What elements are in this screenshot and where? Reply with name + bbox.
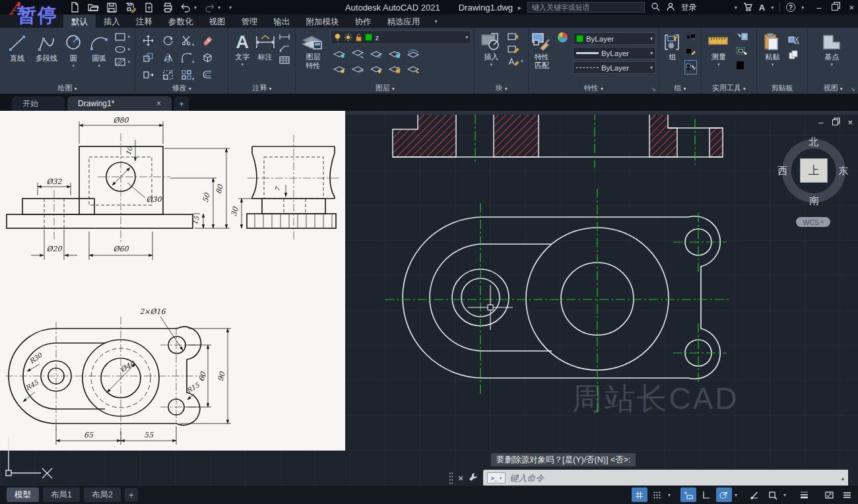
properties-expander-icon[interactable]: ↘	[651, 86, 656, 92]
restore-button[interactable]	[832, 4, 838, 11]
command-prompt-icon[interactable]: >_ ▾	[487, 472, 506, 484]
wcs-dropdown[interactable]: WCS ▾	[796, 217, 830, 227]
move-icon[interactable]	[143, 35, 154, 49]
lineweight-list-icon[interactable]	[557, 48, 568, 60]
minimize-button[interactable]: –	[816, 3, 821, 13]
autodesk-app-icon[interactable]: A	[759, 3, 765, 13]
insert-flyout[interactable]: ▾	[490, 62, 493, 67]
object-snap-toggle[interactable]	[747, 488, 763, 502]
tab-insert[interactable]: 插入	[96, 15, 128, 28]
print-button[interactable]	[162, 2, 173, 13]
line-button[interactable]: 直线	[3, 30, 32, 69]
open-file-button[interactable]	[88, 2, 99, 13]
measure-flyout[interactable]: ▾	[717, 62, 720, 67]
base-point-button[interactable]: 基点 ▾	[810, 30, 853, 67]
measure-button[interactable]: 测量 ▾	[704, 30, 733, 74]
cut-icon[interactable]	[788, 35, 800, 47]
viewcube-east-label[interactable]: 东	[838, 165, 848, 177]
arc-flyout[interactable]: ▾	[98, 63, 100, 69]
panel-label-modify[interactable]: 修改 ▾	[135, 83, 228, 93]
clean-screen-toggle[interactable]	[821, 488, 837, 502]
viewcube-south-label[interactable]: 南	[809, 195, 819, 207]
quick-calc-select-icon[interactable]	[735, 46, 748, 58]
save-as-button[interactable]	[125, 2, 136, 13]
snap-dropdown[interactable]: ▾	[668, 492, 671, 498]
command-customize-wrench-icon[interactable]	[468, 472, 478, 485]
osnap-settings-toggle[interactable]	[765, 488, 781, 502]
new-layout-button[interactable]: +	[125, 488, 138, 501]
viewcube-north-label[interactable]: 北	[808, 136, 818, 148]
new-file-button[interactable]	[69, 2, 81, 13]
polyline-button[interactable]: 多段线	[32, 30, 61, 69]
rectangle-button[interactable]: ▾	[114, 32, 130, 42]
panel-label-layers[interactable]: 图层 ▾	[296, 83, 474, 93]
lineweight-toggle[interactable]	[796, 488, 812, 502]
paste-button[interactable]: 粘贴 ▾	[760, 30, 786, 67]
panel-label-utilities[interactable]: 实用工具 ▾	[702, 83, 756, 93]
dimension-button[interactable]: 标注	[253, 30, 277, 67]
command-history-expand-icon[interactable]: ▴	[842, 475, 845, 482]
search-icon[interactable]	[651, 2, 660, 13]
lineweight-dropdown[interactable]: ByLayer ▾	[573, 47, 656, 59]
app-dropdown[interactable]: ▾	[771, 5, 774, 11]
drawing-restore-button[interactable]	[832, 119, 838, 125]
panel-label-block[interactable]: 块 ▾	[475, 83, 528, 93]
undo-button[interactable]	[180, 2, 191, 13]
offset-icon[interactable]	[202, 69, 213, 83]
match-properties-button[interactable]: 特性匹配	[531, 30, 552, 76]
ortho-toggle[interactable]	[698, 488, 714, 502]
layout2-tab[interactable]: 布局2	[84, 488, 121, 502]
command-input-area[interactable]: >_ ▾ ▴	[483, 470, 848, 486]
save-button[interactable]	[106, 2, 117, 13]
panel-label-group[interactable]: 组 ▾	[659, 83, 701, 93]
ribbon-display-toggle[interactable]: ▾	[428, 15, 444, 28]
edit-block-button[interactable]	[507, 44, 523, 53]
stretch-icon[interactable]	[143, 69, 154, 83]
circle-flyout[interactable]: ▾	[73, 63, 75, 69]
group-button[interactable]: 组	[662, 30, 683, 75]
layer-off-tool-icon[interactable]	[333, 49, 346, 61]
help-icon[interactable]: ?	[786, 3, 795, 12]
layer-properties-button[interactable]: 图层特性	[298, 30, 327, 77]
rotate-icon[interactable]	[162, 35, 174, 49]
circle-button[interactable]: 圆 ▾	[61, 30, 86, 69]
layer-make-current-icon[interactable]	[407, 49, 420, 61]
start-tab[interactable]: 开始	[12, 96, 65, 111]
dynamic-input-toggle[interactable]	[680, 488, 696, 502]
layer-thaw-tool-icon[interactable]	[370, 64, 383, 77]
signin-button[interactable]: 登录	[681, 2, 697, 13]
drawing1-tab-close-icon[interactable]: ×	[156, 99, 161, 108]
copy-clip-icon[interactable]	[788, 50, 800, 62]
tab-home[interactable]: 默认	[63, 15, 96, 28]
signin-dropdown[interactable]: ▾	[735, 5, 737, 11]
fillet-icon[interactable]: ▾	[181, 52, 195, 66]
panel-label-clipboard[interactable]: 剪贴板	[757, 83, 808, 93]
undo-dropdown[interactable]: ▾	[194, 5, 197, 11]
snap-mode-toggle[interactable]	[649, 488, 665, 502]
layer-freeze-tool-icon[interactable]	[370, 49, 383, 61]
viewcube-top-face[interactable]: 上	[800, 158, 828, 183]
hatch-button[interactable]: ▾	[114, 57, 130, 67]
layer-on-tool-icon[interactable]	[333, 64, 346, 77]
grid-toggle[interactable]	[632, 488, 647, 502]
calculator-icon[interactable]	[735, 61, 748, 73]
tab-addins[interactable]: 附加模块	[298, 15, 347, 28]
tab-view[interactable]: 视图	[201, 15, 234, 28]
qat-customize-button[interactable]: ▾	[229, 5, 232, 11]
tab-parametric[interactable]: 参数化	[160, 15, 201, 28]
drawing1-tab[interactable]: Drawing1* ×	[67, 96, 172, 111]
reference-image[interactable]: Ø80 Ø32 10 Ø30 Ø20 Ø60	[0, 111, 345, 451]
trim-icon[interactable]: ▾	[181, 35, 195, 49]
ungroup-icon[interactable]	[685, 32, 696, 44]
arc-button[interactable]: 圆弧 ▾	[86, 30, 113, 69]
viewcube-west-label[interactable]: 西	[777, 165, 787, 177]
layer-merge-tool-icon[interactable]	[407, 64, 420, 77]
layer-dropdown[interactable]: z ▾	[331, 30, 471, 44]
close-button[interactable]: ×	[849, 3, 854, 13]
polar-tracking-toggle[interactable]	[716, 488, 732, 502]
redo-button[interactable]	[204, 2, 215, 13]
command-bar-close-icon[interactable]: ×	[458, 473, 463, 484]
text-button[interactable]: A 文字 ▾	[231, 30, 253, 67]
user-icon[interactable]	[666, 2, 675, 13]
tab-manage[interactable]: 管理	[234, 15, 266, 28]
